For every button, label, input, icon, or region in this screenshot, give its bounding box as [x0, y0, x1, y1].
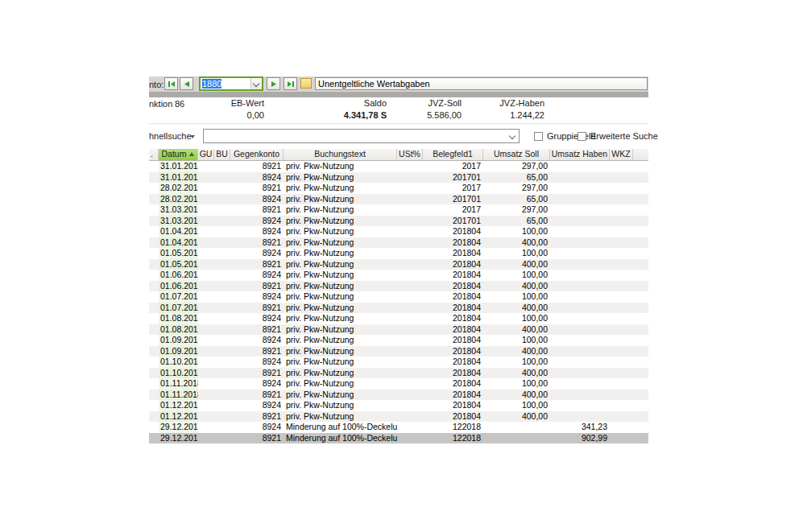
- column-header-wkz[interactable]: WKZ: [610, 149, 633, 161]
- table-row[interactable]: 28.02.20188921priv. Pkw-Nutzung2017297,0…: [149, 183, 648, 194]
- cell-row-selector: [149, 172, 159, 184]
- cell-wkz: [610, 400, 633, 411]
- table-row[interactable]: 01.10.20188921priv. Pkw-Nutzung201804400…: [149, 368, 648, 379]
- cell-gegenkonto: 8921: [230, 303, 284, 314]
- table-row[interactable]: 01.12.20188924priv. Pkw-Nutzung201804100…: [149, 400, 648, 411]
- account-number-combo[interactable]: 1880: [199, 76, 263, 91]
- cell-gu: [198, 357, 214, 368]
- table-row[interactable]: 29.12.20188924Minderung auf 100%-Deckelu…: [149, 422, 648, 433]
- column-header-gu[interactable]: GU: [198, 149, 214, 161]
- cell-filler: [633, 422, 648, 433]
- go-previous-button[interactable]: [180, 77, 193, 90]
- column-header-umsatz-soll[interactable]: Umsatz Soll: [483, 149, 550, 161]
- cell-gegenkonto: 8924: [230, 270, 284, 281]
- quick-search-input[interactable]: [204, 130, 507, 142]
- eb-wert-label: EB-Wert: [168, 98, 264, 108]
- table-row[interactable]: 01.09.20188921priv. Pkw-Nutzung201804400…: [149, 346, 648, 357]
- cell-gu: [198, 378, 214, 390]
- table-row[interactable]: 01.05.20188924priv. Pkw-Nutzung201804100…: [149, 248, 648, 259]
- column-header-row-selector[interactable]: .: [149, 149, 159, 161]
- cell-buchungstext: priv. Pkw-Nutzung: [284, 204, 397, 216]
- cell-filler: [633, 400, 648, 411]
- column-header-label: GU: [200, 149, 213, 159]
- account-number-input[interactable]: 1880: [201, 78, 250, 89]
- cell-bu: [214, 226, 230, 237]
- table-row[interactable]: 28.02.20188924priv. Pkw-Nutzung20170165,…: [149, 194, 648, 205]
- table-row[interactable]: 01.09.20188924priv. Pkw-Nutzung201804100…: [149, 335, 648, 346]
- chevron-down-icon[interactable]: [190, 135, 195, 138]
- column-header-ust[interactable]: USt%: [397, 149, 423, 161]
- table-row[interactable]: 31.03.20188924priv. Pkw-Nutzung20170165,…: [149, 216, 648, 227]
- table-body: 31.01.20188921priv. Pkw-Nutzung2017297,0…: [149, 161, 648, 443]
- cell-datum: 01.09.2018: [159, 335, 198, 346]
- cell-gegenkonto: 8921: [230, 433, 284, 444]
- column-header-datum[interactable]: Datum: [159, 149, 198, 161]
- table-row[interactable]: 01.04.20188921priv. Pkw-Nutzung201804400…: [149, 237, 648, 249]
- table-row[interactable]: 01.05.20188921priv. Pkw-Nutzung201804400…: [149, 259, 648, 270]
- go-next-button[interactable]: [267, 77, 280, 90]
- cell-umsatz-haben: [550, 161, 610, 172]
- erweiterte-suche-label[interactable]: Erweiterte Suche: [590, 131, 658, 141]
- column-header-label: WKZ: [611, 149, 630, 159]
- cell-row-selector: [149, 259, 159, 270]
- table-row[interactable]: 31.01.20188921priv. Pkw-Nutzung2017297,0…: [149, 161, 648, 172]
- table-row[interactable]: 01.04.20188924priv. Pkw-Nutzung201804100…: [149, 226, 648, 237]
- cell-ust: [397, 248, 423, 259]
- cell-filler: [633, 324, 648, 336]
- column-header-filler: [633, 149, 648, 161]
- cell-buchungstext: priv. Pkw-Nutzung: [284, 172, 397, 184]
- gruppierfeld-label[interactable]: Gruppierfeld: [547, 131, 596, 141]
- table-row[interactable]: 01.08.20188924priv. Pkw-Nutzung201804100…: [149, 313, 648, 324]
- note-icon[interactable]: [300, 78, 312, 89]
- cell-buchungstext: priv. Pkw-Nutzung: [284, 161, 397, 172]
- account-name-field[interactable]: Unentgeltliche Wertabgaben: [315, 77, 648, 90]
- table-row[interactable]: 01.06.20188924priv. Pkw-Nutzung201804100…: [149, 270, 648, 281]
- cell-umsatz-soll: 400,00: [483, 237, 550, 249]
- cell-filler: [633, 346, 648, 357]
- column-header-belegfeld1[interactable]: Belegfeld1: [423, 149, 483, 161]
- table-row[interactable]: 01.07.20188921priv. Pkw-Nutzung201804400…: [149, 303, 648, 314]
- cell-datum: 01.07.2018: [159, 303, 198, 314]
- go-last-button[interactable]: [284, 77, 297, 90]
- cell-umsatz-haben: [550, 357, 610, 368]
- column-header-gegenkonto[interactable]: Gegenkonto: [230, 149, 284, 161]
- cell-umsatz-haben: [550, 400, 610, 411]
- eb-wert-summary: EB-Wert 0,00: [168, 98, 264, 120]
- quick-search-combo[interactable]: [203, 129, 520, 143]
- table-row[interactable]: 01.11.20188921priv. Pkw-Nutzung201804400…: [149, 390, 648, 401]
- cell-ust: [397, 346, 423, 357]
- cell-ust: [397, 411, 423, 423]
- column-header-buchungstext[interactable]: Buchungstext: [284, 149, 397, 161]
- table-row[interactable]: 01.12.20188921priv. Pkw-Nutzung201804400…: [149, 411, 648, 423]
- column-header-label: Buchungstext: [314, 149, 366, 159]
- gruppierfeld-checkbox[interactable]: [534, 132, 543, 141]
- table-row[interactable]: 31.03.20188921priv. Pkw-Nutzung2017297,0…: [149, 204, 648, 216]
- erweiterte-suche-checkbox[interactable]: [578, 132, 586, 141]
- chevron-down-icon: [509, 133, 515, 139]
- search-dropdown-button[interactable]: [507, 130, 519, 142]
- account-label: nto:: [149, 80, 164, 89]
- table-row[interactable]: 29.12.20188921Minderung auf 100%-Deckelu…: [149, 433, 648, 444]
- column-header-umsatz-haben[interactable]: Umsatz Haben: [550, 149, 610, 161]
- cell-buchungstext: priv. Pkw-Nutzung: [284, 183, 397, 194]
- cell-gu: [198, 411, 214, 423]
- column-header-bu[interactable]: BU: [214, 149, 230, 161]
- cell-datum: 28.02.2018: [159, 194, 198, 205]
- cell-filler: [633, 378, 648, 390]
- cell-umsatz-haben: [550, 324, 610, 336]
- table-row[interactable]: 01.10.20188924priv. Pkw-Nutzung201804100…: [149, 357, 648, 368]
- cell-umsatz-soll: 65,00: [483, 194, 550, 205]
- table-row[interactable]: 01.06.20188921priv. Pkw-Nutzung201804400…: [149, 281, 648, 292]
- go-first-button[interactable]: [164, 77, 178, 90]
- table-row[interactable]: 01.08.20188921priv. Pkw-Nutzung201804400…: [149, 324, 648, 336]
- quick-search-label[interactable]: hnellsuche: [149, 131, 192, 141]
- table-row[interactable]: 01.07.20188924priv. Pkw-Nutzung201804100…: [149, 291, 648, 303]
- account-dropdown-button[interactable]: [250, 78, 262, 89]
- cell-umsatz-soll: 400,00: [483, 390, 550, 401]
- table-row[interactable]: 01.11.20188924priv. Pkw-Nutzung201804100…: [149, 378, 648, 390]
- table-row[interactable]: 31.01.20188924priv. Pkw-Nutzung20170165,…: [149, 172, 648, 184]
- cell-wkz: [610, 172, 633, 184]
- cell-datum: 29.12.2018: [159, 433, 198, 444]
- cell-gegenkonto: 8921: [230, 161, 284, 172]
- cell-umsatz-soll: 297,00: [483, 204, 550, 216]
